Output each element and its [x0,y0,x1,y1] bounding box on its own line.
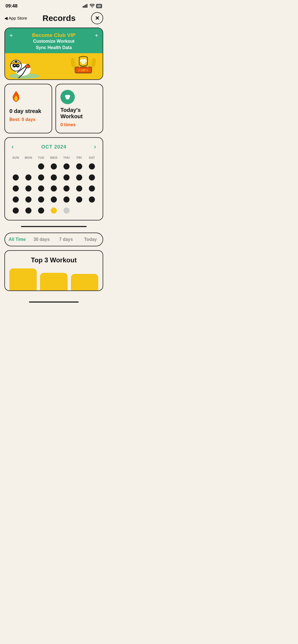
svg-point-16 [25,65,30,68]
cal-cell[interactable] [35,195,47,204]
bar-item-3 [71,274,98,290]
calendar-header: ‹ OCT 2024 › [9,142,98,152]
cal-cell[interactable] [35,184,47,193]
content-area: + Become Club VIP Customize Workout Sync… [0,28,108,299]
calendar-month-label: OCT 2024 [41,144,66,150]
svg-text:★: ★ [78,65,81,68]
close-button[interactable]: ✕ [91,12,103,24]
stats-row: 0 day streak Best: 0 days Today's Workou… [4,84,103,133]
cal-cell[interactable] [47,206,60,215]
status-icons: 69 [83,4,102,9]
cal-cell[interactable] [35,173,47,182]
vip-banner[interactable]: + Become Club VIP Customize Workout Sync… [4,28,103,80]
streak-sub: Best: 0 days [9,117,35,122]
day-label-mon: MON [22,155,35,160]
cal-cell[interactable] [35,161,47,171]
svg-rect-0 [83,6,84,8]
cal-cell[interactable] [9,195,22,204]
cal-cell [9,161,22,171]
nav-bar: ◀ App Store Records ✕ [0,10,108,28]
cal-cell[interactable] [60,206,73,215]
cal-cell[interactable] [47,195,60,204]
cal-cell[interactable] [73,184,86,193]
vip-plus-left: + [9,32,13,39]
calendar-prev-button[interactable]: ‹ [9,142,16,152]
svg-point-26 [15,98,17,101]
cal-cell[interactable] [60,161,73,171]
status-bar: 09:48 69 [0,0,108,10]
streak-title: 0 day streak [9,108,41,114]
cal-cell[interactable] [9,206,22,215]
svg-point-31 [68,95,69,96]
time-filter-tabs: All Time 30 days 7 days Today [4,233,103,246]
calendar-card: ‹ OCT 2024 › SUN MON TUE WED THU FRI SAT [4,137,103,220]
tab-all-time[interactable]: All Time [5,233,30,246]
svg-point-23 [85,60,87,62]
calendar-next-button[interactable]: › [92,142,98,152]
top3-bars [9,268,98,290]
svg-point-30 [66,95,68,96]
calendar-grid: SUN MON TUE WED THU FRI SAT [9,155,98,215]
streak-card[interactable]: 0 day streak Best: 0 days [4,84,52,133]
cal-cell[interactable] [22,173,35,182]
cal-cell[interactable] [73,161,86,171]
cal-cell[interactable] [73,195,86,204]
svg-point-7 [15,61,17,63]
vip-label: Become Club VIP [32,32,75,38]
svg-point-10 [14,65,15,66]
svg-text:★: ★ [87,65,89,68]
cal-cell[interactable] [47,161,60,171]
status-time: 09:48 [6,3,17,9]
svg-rect-2 [85,5,86,8]
cal-cell [73,206,86,215]
svg-text:☆VIP☆: ☆VIP☆ [78,69,89,72]
cal-cell[interactable] [22,195,35,204]
workout-title: Today's Workout [60,107,98,120]
workout-card[interactable]: Today's Workout 0 times [55,84,103,133]
wifi-icon [90,4,95,9]
bar-item-2 [40,273,67,290]
cal-cell[interactable] [86,195,98,204]
page-title: Records [27,14,91,23]
flame-icon [9,90,23,105]
paw-icon [60,90,75,104]
cal-cell[interactable] [22,184,35,193]
cal-cell[interactable] [60,173,73,182]
day-label-sat: SAT [86,155,98,160]
tab-30-days[interactable]: 30 days [30,233,54,246]
bar-shape-1 [9,268,37,290]
character-left-icon [8,52,41,79]
svg-point-11 [17,65,18,66]
cal-cell[interactable] [86,184,98,193]
cal-cell [22,161,35,171]
bar-item-1 [9,268,37,290]
vip-plus-right: + [95,32,98,39]
cal-cell[interactable] [9,184,22,193]
tab-today[interactable]: Today [78,233,103,246]
vip-badge-icon: ☆VIP☆ ★ ★ [70,50,97,78]
cal-cell[interactable] [47,184,60,193]
cal-cell[interactable] [86,173,98,182]
top3-title: Top 3 Workout [9,256,98,264]
bar-shape-2 [40,273,67,290]
cal-cell[interactable] [22,206,35,215]
section-divider [21,226,87,227]
vip-text: Become Club VIP Customize Workout Sync H… [32,32,75,51]
vip-sub-line1: Customize Workout [32,38,75,44]
tab-7-days[interactable]: 7 days [54,233,78,246]
bar-shape-3 [71,274,98,290]
cal-cell[interactable] [35,206,47,215]
cal-cell[interactable] [60,184,73,193]
vip-bottom: ☆VIP☆ ★ ★ [5,53,103,79]
workout-sub: 0 times [60,122,76,127]
vip-sub-line2: Sync Health Data [32,45,75,51]
cal-cell[interactable] [60,195,73,204]
signal-icon [83,4,88,9]
back-button[interactable]: ◀ App Store [4,16,27,21]
cal-cell[interactable] [9,173,22,182]
cal-cell[interactable] [47,173,60,182]
day-label-wed: WED [47,155,60,160]
cal-cell[interactable] [86,161,98,171]
cal-cell[interactable] [73,173,86,182]
battery-badge: 69 [96,4,102,8]
